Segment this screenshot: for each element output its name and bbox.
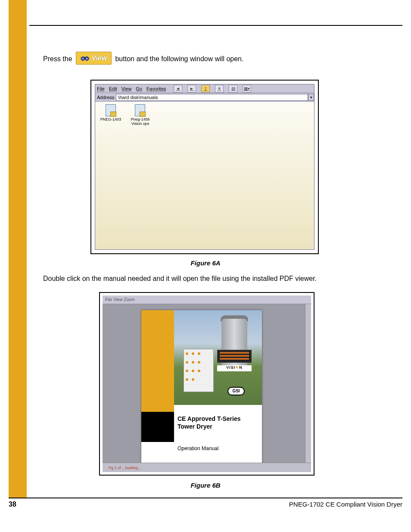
cover-black-block — [141, 412, 174, 442]
file-item[interactable]: Pneg-1456 Vision ops — [127, 104, 153, 126]
file-icon — [106, 104, 116, 116]
file-label: Pneg-1456 Vision ops — [127, 117, 153, 126]
svg-point-3 — [82, 58, 84, 59]
vision-suffix: N — [239, 365, 243, 370]
file-explorer-window: × File Edit View Go Favorites ◄ ► ⇧ ✕ ▤ … — [95, 84, 314, 250]
cover-image: GSI VISI☀N GSI — [174, 310, 262, 405]
manual-title-line1: CE Approved T-Series — [177, 415, 241, 423]
menu-view[interactable]: View — [121, 86, 132, 91]
menu-favorites[interactable]: Favorites — [146, 86, 166, 91]
view-button[interactable]: View — [76, 52, 112, 65]
toolbar: ◄ ► ⇧ ✕ ▤ ▦▾ — [173, 84, 314, 93]
figure-6b: File View Zoom GSI — [99, 292, 314, 476]
status-bar: Pg 1 of ...loading... — [103, 463, 311, 472]
intro-sentence: Press the View button and the following … — [43, 52, 398, 65]
view-button-label: View — [92, 53, 107, 63]
page-number: 38 — [9, 501, 16, 508]
intro-after: button and the following window will ope… — [112, 52, 243, 64]
forward-icon[interactable]: ► — [187, 85, 196, 93]
chapter-heading: 6. View Screen — [29, 12, 90, 22]
up-icon[interactable]: ⇧ — [201, 85, 210, 93]
views-icon[interactable]: ▦▾ — [243, 85, 251, 93]
address-dropdown-icon[interactable]: ▾ — [308, 94, 314, 101]
address-bar: Address \hard disk\manuals ▾ — [95, 93, 314, 102]
svg-rect-2 — [84, 57, 86, 58]
svg-point-4 — [86, 58, 87, 59]
panel-screen-icon — [217, 350, 252, 363]
address-path[interactable]: \hard disk\manuals — [116, 94, 308, 101]
vision-prefix: VISI — [226, 365, 235, 370]
figure-6a-caption: Figure 6A — [0, 259, 411, 267]
top-rule — [29, 25, 402, 26]
status-text: Pg 1 of ...loading... — [103, 463, 311, 472]
vision-label: VISI☀N — [217, 365, 252, 371]
menu-edit[interactable]: Edit — [109, 86, 117, 91]
manual-title-line2: Tower Dryer — [177, 423, 241, 431]
gsi-badge: GSI — [227, 387, 245, 395]
file-item[interactable]: PNEG-1403 — [98, 104, 124, 121]
address-label: Address — [95, 95, 116, 100]
figure-6b-caption: Figure 6B — [0, 482, 411, 489]
manual-cover: GSI VISI☀N GSI CE Approved T-Series — [141, 310, 262, 464]
bottom-rule — [9, 498, 402, 498]
document-id: PNEG-1702 CE Compliant Vision Dryer — [289, 501, 402, 508]
gold-side-strip — [9, 0, 27, 498]
delete-icon[interactable]: ✕ — [215, 85, 224, 93]
menu-bar[interactable]: File Edit View Go Favorites ◄ ► ⇧ ✕ ▤ ▦▾ — [95, 84, 314, 93]
menu-file[interactable]: File — [97, 86, 105, 91]
control-panel-icon — [184, 349, 214, 392]
pdf-viewer-toolbar[interactable]: File View Zoom — [103, 296, 311, 304]
cover-gold-block — [141, 310, 174, 412]
pdf-view-area: GSI VISI☀N GSI CE Approved T-Series — [103, 304, 311, 472]
properties-icon[interactable]: ▤ — [229, 85, 237, 93]
folder-view[interactable]: PNEG-1403 Pneg-1456 Vision ops — [95, 102, 314, 249]
binoculars-icon — [81, 54, 90, 62]
intro-before: Press the — [43, 52, 75, 64]
figure-6a: × File Edit View Go Favorites ◄ ► ⇧ ✕ ▤ … — [90, 80, 319, 254]
manual-subtitle: Operation Manual — [177, 445, 218, 451]
mid-paragraph: Double click on the manual needed and it… — [43, 274, 398, 283]
file-label: PNEG-1403 — [98, 117, 124, 121]
vertical-scrollbar[interactable] — [305, 304, 311, 463]
back-icon[interactable]: ◄ — [174, 85, 182, 93]
menu-go[interactable]: Go — [136, 86, 142, 91]
manual-title: CE Approved T-Series Tower Dryer — [177, 415, 241, 430]
pdf-viewer-window: File View Zoom GSI — [103, 296, 311, 472]
file-icon — [135, 104, 145, 116]
